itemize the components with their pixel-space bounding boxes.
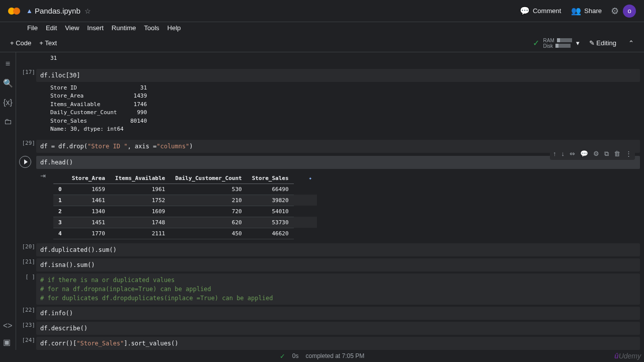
dataframe-table: Store_AreaItems_AvailableDaily_Customer_… bbox=[53, 173, 317, 239]
output-text: 31 bbox=[36, 54, 640, 67]
table-row: 21340160972054010 bbox=[53, 206, 317, 217]
add-code-button[interactable]: + Code bbox=[6, 37, 35, 49]
toolbar: + Code + Text ✓ RAM Disk ▾ ✎ Editing ⌃ bbox=[0, 34, 644, 52]
menu-insert[interactable]: Insert bbox=[83, 23, 108, 33]
code-editor[interactable]: df.describe() bbox=[36, 322, 640, 335]
run-button[interactable] bbox=[19, 156, 31, 168]
editing-button[interactable]: ✎ Editing bbox=[585, 37, 620, 49]
code-editor[interactable]: # if there is na or duplicated values# f… bbox=[36, 274, 640, 305]
table-header-row: Store_AreaItems_AvailableDaily_Customer_… bbox=[53, 173, 317, 184]
move-up-icon[interactable]: ↑ bbox=[551, 149, 558, 159]
resource-dropdown-icon[interactable]: ▾ bbox=[576, 39, 581, 47]
code-editor[interactable]: df.duplicated().sum() bbox=[36, 243, 640, 256]
menu-file[interactable]: File bbox=[23, 23, 42, 33]
menu-view[interactable]: View bbox=[61, 23, 83, 33]
move-down-icon[interactable]: ↓ bbox=[559, 149, 567, 159]
gear-icon[interactable]: ⚙ bbox=[607, 4, 623, 19]
connected-check-icon: ✓ bbox=[533, 38, 539, 48]
execution-count: [20] bbox=[22, 243, 36, 250]
execution-count: [23] bbox=[22, 322, 36, 328]
cell-toolbar: ↑ ↓ ⇔ 💬 ⚙ ⧉ 🗑 ⋮ bbox=[550, 148, 635, 160]
table-row: 31451174862053730 bbox=[53, 217, 317, 228]
code-cell-22[interactable]: ✓[22] df.info() bbox=[16, 307, 640, 320]
table-row: 01659196153066490 bbox=[53, 184, 317, 195]
status-time: 0s bbox=[292, 352, 299, 359]
leftbar: ≡ 🔍 {x} 🗀 bbox=[0, 52, 16, 350]
code-cell-comments[interactable]: [ ] # if there is na or duplicated value… bbox=[16, 274, 640, 305]
execution-count: [17] bbox=[22, 69, 36, 75]
mirror-icon[interactable]: ⧉ bbox=[602, 149, 611, 159]
code-cell-active-head[interactable]: ↑ ↓ ⇔ 💬 ⚙ ⧉ 🗑 ⋮ ✓ df.head() ⇥ Store_Ar bbox=[16, 156, 640, 241]
add-text-button[interactable]: + Text bbox=[35, 37, 61, 49]
comment-button[interactable]: 💬Comment bbox=[515, 3, 566, 19]
settings-icon[interactable]: ⚙ bbox=[591, 149, 601, 159]
delete-icon[interactable]: 🗑 bbox=[612, 149, 622, 159]
more-icon[interactable]: ⋮ bbox=[623, 149, 634, 159]
comment-icon: 💬 bbox=[520, 6, 530, 16]
code-snippets-icon[interactable]: <> bbox=[3, 321, 13, 330]
menu-tools[interactable]: Tools bbox=[140, 23, 163, 33]
header: ▲ Pandas.ipynb ☆ 💬Comment 👥Share ⚙ o bbox=[0, 0, 644, 22]
code-editor[interactable]: df.head() bbox=[36, 156, 640, 169]
cell-output-fragment: 31 bbox=[16, 54, 640, 67]
watermark: ûUdemy bbox=[614, 352, 641, 360]
table-row: 41770211145046620 bbox=[53, 228, 317, 239]
notebook-content[interactable]: 31 ✓[17] df.iloc[30] Store ID 31 Store_A… bbox=[16, 52, 644, 350]
statusbar: ✓ 0s completed at 7:05 PM bbox=[0, 350, 644, 362]
link-icon[interactable]: ⇔ bbox=[568, 149, 577, 159]
code-cell-23[interactable]: ✓[23] df.describe() bbox=[16, 322, 640, 335]
share-icon: 👥 bbox=[571, 6, 581, 16]
share-button[interactable]: 👥Share bbox=[566, 3, 607, 19]
execution-count: [24] bbox=[22, 337, 36, 343]
table-row: 11461175221039820 bbox=[53, 195, 317, 206]
status-completed: completed at 7:05 PM bbox=[305, 352, 364, 359]
code-cell-29[interactable]: ✓[29] df = df.drop("Store ID ", axis ="c… bbox=[16, 140, 640, 153]
comment-cell-icon[interactable]: 💬 bbox=[578, 149, 590, 159]
code-cell-24[interactable]: ✓[24] df.corr()["Store_Sales"].sort_valu… bbox=[16, 337, 640, 350]
code-editor[interactable]: df.corr()["Store_Sales"].sort_values() bbox=[36, 337, 640, 350]
notebook-title[interactable]: Pandas.ipynb bbox=[35, 7, 80, 15]
code-editor[interactable]: df.info() bbox=[36, 307, 640, 320]
execution-count: [21] bbox=[22, 258, 36, 265]
files-icon[interactable]: 🗀 bbox=[4, 112, 12, 131]
variables-icon[interactable]: {x} bbox=[3, 93, 13, 112]
drive-icon: ▲ bbox=[26, 7, 33, 15]
menu-edit[interactable]: Edit bbox=[42, 23, 61, 33]
magic-wand-icon[interactable]: ✦ bbox=[309, 175, 312, 182]
execution-count: [29] bbox=[22, 140, 36, 146]
collapse-icon[interactable]: ⌃ bbox=[624, 37, 638, 49]
output-toggle-icon[interactable]: ⇥ bbox=[40, 172, 46, 179]
terminal-icon[interactable]: ▣ bbox=[3, 337, 13, 347]
code-editor[interactable]: df = df.drop("Store ID ", axis ="columns… bbox=[36, 140, 640, 153]
code-editor[interactable]: df.iloc[30] bbox=[36, 69, 640, 82]
menu-help[interactable]: Help bbox=[164, 23, 185, 33]
status-check-icon: ✓ bbox=[280, 352, 285, 360]
menubar: File Edit View Insert Runtime Tools Help bbox=[0, 22, 644, 34]
avatar[interactable]: o bbox=[623, 5, 636, 18]
resource-indicator[interactable]: RAM Disk bbox=[543, 38, 572, 49]
search-icon[interactable]: 🔍 bbox=[3, 73, 13, 93]
code-editor[interactable]: df.isna().sum() bbox=[36, 258, 640, 272]
code-cell-21[interactable]: ✓[21] df.isna().sum() bbox=[16, 258, 640, 272]
execution-count: [22] bbox=[22, 307, 36, 313]
code-cell-17[interactable]: ✓[17] df.iloc[30] Store ID 31 Store_Area… bbox=[16, 69, 640, 138]
toc-icon[interactable]: ≡ bbox=[6, 54, 10, 73]
menu-runtime[interactable]: Runtime bbox=[108, 23, 140, 33]
cell-output: Store ID 31 Store_Area 1439 Items_Availa… bbox=[36, 82, 640, 138]
bottom-left-icons: <> ▣ bbox=[3, 321, 13, 347]
star-icon[interactable]: ☆ bbox=[85, 7, 91, 15]
execution-count: [ ] bbox=[25, 274, 35, 280]
colab-logo[interactable] bbox=[8, 6, 22, 16]
code-cell-20[interactable]: ✓[20] df.duplicated().sum() bbox=[16, 243, 640, 256]
